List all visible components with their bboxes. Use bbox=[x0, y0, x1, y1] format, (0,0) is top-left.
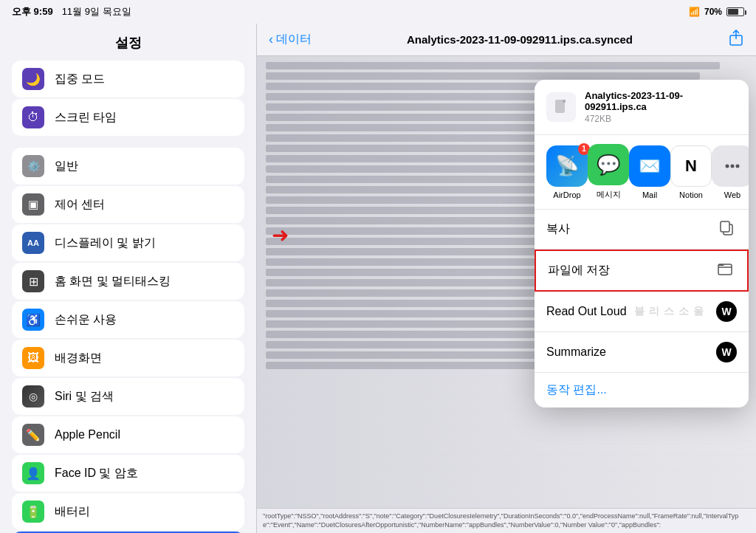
sidebar-item-control[interactable]: ▣ 제어 센터 bbox=[12, 186, 244, 223]
read-out-loud-icon: W bbox=[716, 301, 737, 322]
share-app-messages[interactable]: 💬 메시지 bbox=[588, 144, 629, 200]
sidebar-item-faceid-label: Face ID 및 암호 bbox=[55, 466, 138, 481]
copy-icon bbox=[716, 219, 737, 239]
battery-settings-icon: 🔋 bbox=[22, 501, 44, 523]
svg-rect-3 bbox=[563, 100, 566, 103]
share-file-name: Analytics-2023-11-09-092911.ips.ca bbox=[585, 90, 737, 112]
action-summarize-label: Summarize bbox=[546, 345, 606, 359]
action-summarize[interactable]: Summarize W bbox=[535, 332, 749, 373]
sidebar-item-screentime-label: 스크린 타임 bbox=[55, 110, 117, 125]
sidebar-item-pencil-label: Apple Pencil bbox=[55, 428, 120, 441]
battery-percent: 70% bbox=[704, 7, 722, 17]
messages-icon: 💬 bbox=[588, 144, 629, 185]
main-area: ‹ 데이터 Analytics-2023-11-09-092911.ips.ca… bbox=[257, 24, 756, 533]
sidebar-item-battery[interactable]: 🔋 배터리 bbox=[12, 493, 244, 530]
share-icon bbox=[728, 30, 744, 46]
summarize-icon: W bbox=[716, 342, 737, 362]
share-file-size: 472KB bbox=[585, 114, 737, 124]
share-app-airdrop[interactable]: 📡 1 AirDrop bbox=[546, 145, 588, 199]
red-arrow-annotation: ➜ bbox=[272, 223, 289, 247]
watermark: 블 리 스 소 울 bbox=[634, 305, 704, 318]
nav-bar: ‹ 데이터 Analytics-2023-11-09-092911.ips.ca… bbox=[257, 24, 756, 56]
mail-icon: ✉️ bbox=[629, 145, 670, 187]
focus-icon: 🌙 bbox=[22, 68, 44, 90]
sidebar-item-display[interactable]: AA 디스플레이 및 밝기 bbox=[12, 224, 244, 261]
status-date: 11월 9일 목요일 bbox=[62, 5, 131, 18]
general-icon: ⚙️ bbox=[22, 155, 44, 177]
status-bar: 오후 9:59 11월 9일 목요일 📶 70% bbox=[0, 0, 756, 24]
sidebar-item-home[interactable]: ⊞ 홈 화면 및 멀티태스킹 bbox=[12, 263, 244, 300]
sidebar-item-siri[interactable]: ◎ Siri 및 검색 bbox=[12, 378, 244, 415]
nav-title: Analytics-2023-11-09-092911.ips.ca.synce… bbox=[407, 33, 633, 46]
sidebar-item-screentime[interactable]: ⏱ 스크린 타임 bbox=[12, 99, 244, 136]
screentime-icon: ⏱ bbox=[22, 106, 44, 128]
control-icon: ▣ bbox=[22, 193, 44, 216]
wifi-icon: 📶 bbox=[689, 7, 700, 17]
svg-point-4 bbox=[726, 164, 729, 168]
battery-icon bbox=[726, 7, 744, 16]
airdrop-icon: 📡 1 bbox=[546, 145, 588, 187]
share-sheet: Analytics-2023-11-09-092911.ips.ca 472KB… bbox=[535, 80, 749, 408]
mail-label: Mail bbox=[642, 190, 657, 199]
notion-label: Notion bbox=[679, 190, 703, 199]
accessibility-icon: ♿ bbox=[22, 309, 44, 331]
action-copy-label: 복사 bbox=[546, 221, 570, 237]
share-app-row: 📡 1 AirDrop 💬 메시지 ✉️ Mail N bbox=[535, 135, 749, 210]
sidebar-items: 🌙 집중 모드 ⏱ 스크린 타임 ⚙️ 일반 ▣ 제어 센터 AA 디스플레이 … bbox=[0, 61, 256, 533]
notion-icon: N bbox=[670, 145, 712, 187]
more-apps-icon bbox=[712, 145, 749, 187]
share-app-mail[interactable]: ✉️ Mail bbox=[629, 145, 670, 199]
edit-actions-label: 동작 편집... bbox=[546, 383, 607, 396]
sidebar-item-general-label: 일반 bbox=[55, 159, 78, 174]
sidebar-item-siri-label: Siri 및 검색 bbox=[55, 389, 114, 405]
more-apps-label: Web bbox=[724, 190, 740, 199]
sidebar-item-wallpaper-label: 배경화면 bbox=[55, 351, 102, 366]
action-copy[interactable]: 복사 bbox=[535, 210, 749, 250]
svg-point-5 bbox=[731, 164, 735, 168]
svg-rect-9 bbox=[718, 264, 732, 275]
chevron-left-icon: ‹ bbox=[269, 32, 273, 47]
share-app-more[interactable]: Web bbox=[712, 145, 749, 199]
home-icon: ⊞ bbox=[22, 270, 44, 292]
sidebar-item-control-label: 제어 센터 bbox=[55, 197, 105, 213]
edit-actions-row[interactable]: 동작 편집... bbox=[535, 373, 749, 408]
pencil-icon: ✏️ bbox=[22, 424, 44, 446]
sidebar-item-general[interactable]: ⚙️ 일반 bbox=[12, 148, 244, 185]
sidebar-item-focus[interactable]: 🌙 집중 모드 bbox=[12, 61, 244, 97]
sidebar-item-home-label: 홈 화면 및 멀티태스킹 bbox=[55, 274, 171, 289]
share-app-notion[interactable]: N Notion bbox=[670, 145, 712, 199]
messages-label: 메시지 bbox=[597, 189, 621, 200]
back-label: 데이터 bbox=[276, 32, 312, 47]
share-file-row: Analytics-2023-11-09-092911.ips.ca 472KB bbox=[535, 80, 749, 135]
action-save-to-files[interactable]: 파일에 저장 bbox=[535, 250, 749, 292]
siri-icon: ◎ bbox=[22, 385, 44, 408]
save-to-files-icon bbox=[715, 261, 735, 281]
sidebar-title: 설정 bbox=[0, 24, 256, 61]
faceid-icon: 👤 bbox=[22, 462, 44, 484]
sidebar-item-display-label: 디스플레이 및 밝기 bbox=[55, 235, 156, 251]
back-button[interactable]: ‹ 데이터 bbox=[269, 32, 312, 47]
sidebar-item-faceid[interactable]: 👤 Face ID 및 암호 bbox=[12, 455, 244, 492]
sidebar-item-accessibility-label: 손쉬운 사용 bbox=[55, 312, 117, 328]
sidebar-item-battery-label: 배터리 bbox=[55, 504, 90, 520]
svg-point-6 bbox=[736, 164, 740, 168]
status-time: 오후 9:59 bbox=[12, 5, 53, 18]
action-read-out-loud[interactable]: Read Out Loud 블 리 스 소 울 W bbox=[535, 292, 749, 332]
action-read-out-loud-label: Read Out Loud bbox=[546, 305, 627, 318]
sidebar-item-focus-label: 집중 모드 bbox=[55, 72, 105, 87]
wallpaper-icon: 🖼 bbox=[22, 347, 44, 369]
svg-rect-8 bbox=[721, 221, 729, 232]
share-file-info: Analytics-2023-11-09-092911.ips.ca 472KB bbox=[585, 90, 737, 124]
action-save-to-files-label: 파일에 저장 bbox=[548, 263, 610, 278]
file-icon bbox=[546, 92, 576, 122]
file-bottom-text: "rootType":"NSSO","rootAddress":"S","not… bbox=[257, 508, 756, 533]
sidebar-item-wallpaper[interactable]: 🖼 배경화면 bbox=[12, 340, 244, 376]
sidebar-item-pencil[interactable]: ✏️ Apple Pencil bbox=[12, 416, 244, 453]
share-button[interactable] bbox=[728, 30, 744, 49]
display-icon: AA bbox=[22, 232, 44, 254]
sidebar-item-accessibility[interactable]: ♿ 손쉬운 사용 bbox=[12, 301, 244, 338]
sidebar: 설정 🌙 집중 모드 ⏱ 스크린 타임 ⚙️ 일반 ▣ 제어 센터 AA 디스플… bbox=[0, 24, 257, 533]
airdrop-label: AirDrop bbox=[553, 190, 580, 199]
